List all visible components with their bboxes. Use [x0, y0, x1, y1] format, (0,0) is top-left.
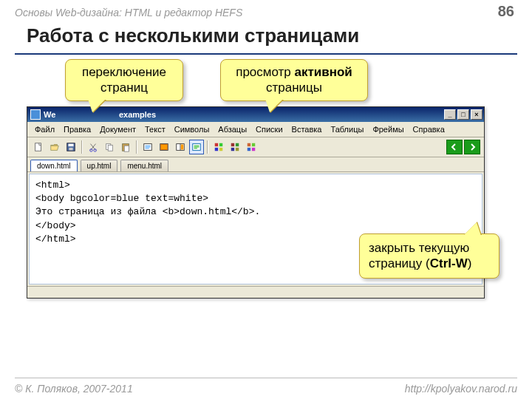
title-rule: [15, 53, 517, 55]
page-tabs: down.html up.html menu.html: [27, 157, 484, 172]
svg-rect-9: [124, 146, 129, 151]
view-code-icon[interactable]: [189, 140, 204, 154]
svg-rect-3: [69, 148, 72, 151]
view1-icon[interactable]: [140, 140, 155, 154]
svg-rect-32: [252, 143, 255, 146]
slide-title: Работа с несколькими страницами: [0, 21, 532, 53]
nav-forward-button[interactable]: [464, 140, 480, 154]
color1-icon[interactable]: [211, 140, 226, 154]
close-button[interactable]: ×: [471, 109, 482, 120]
menu-help[interactable]: Справка: [409, 123, 449, 135]
svg-rect-24: [219, 143, 222, 146]
menu-symbols[interactable]: Символы: [170, 123, 214, 135]
svg-rect-18: [181, 145, 184, 150]
svg-rect-23: [215, 143, 218, 146]
menu-document[interactable]: Документ: [95, 123, 140, 135]
toolbar: [27, 137, 484, 157]
menu-tables[interactable]: Таблицы: [326, 123, 368, 135]
tab-menu[interactable]: menu.html: [120, 160, 168, 171]
svg-rect-29: [231, 148, 234, 151]
paste-icon[interactable]: [118, 140, 133, 154]
maximize-button[interactable]: □: [457, 109, 469, 120]
svg-rect-2: [69, 144, 74, 147]
code-line: Это страница из файла <b>down.html</b>.: [35, 205, 476, 219]
svg-rect-30: [236, 148, 239, 151]
svg-rect-31: [248, 143, 250, 146]
svg-rect-27: [231, 143, 234, 146]
callout-switch-pages: переключение страниц: [65, 59, 183, 101]
site-url: http://kpolyakov.narod.ru: [405, 383, 517, 395]
course-title: Основы Web-дизайна: HTML и редактор HEFS: [15, 7, 242, 18]
menu-text[interactable]: Текст: [140, 123, 170, 135]
color2-icon[interactable]: [228, 140, 242, 154]
menu-bar: Файл Правка Документ Текст Символы Абзац…: [27, 122, 484, 137]
status-bar: [27, 286, 484, 298]
tab-up[interactable]: up.html: [81, 160, 118, 171]
code-line: </body>: [35, 219, 476, 233]
view2-icon[interactable]: [157, 140, 171, 154]
save-icon[interactable]: [64, 140, 78, 154]
nav-back-button[interactable]: [446, 140, 463, 154]
svg-rect-15: [161, 145, 168, 150]
svg-rect-28: [236, 143, 239, 146]
svg-rect-26: [219, 148, 222, 151]
footer-rule: [15, 378, 517, 378]
minimize-button[interactable]: _: [444, 109, 456, 120]
callout-view-active: просмотр активной страницы: [220, 59, 368, 101]
svg-rect-25: [215, 148, 218, 151]
svg-rect-0: [35, 143, 41, 151]
svg-rect-33: [248, 148, 250, 151]
menu-frames[interactable]: Фреймы: [368, 123, 408, 135]
menu-edit[interactable]: Правка: [59, 123, 95, 135]
svg-rect-7: [108, 145, 112, 151]
svg-rect-34: [252, 148, 255, 151]
menu-lists[interactable]: Списки: [251, 123, 287, 135]
code-line: <html>: [35, 179, 476, 192]
page-number: 86: [498, 3, 514, 20]
menu-insert[interactable]: Вставка: [287, 123, 327, 135]
tab-down[interactable]: down.html: [30, 160, 78, 171]
color3-icon[interactable]: [244, 140, 259, 154]
cut-icon[interactable]: [86, 140, 100, 154]
new-file-icon[interactable]: [31, 140, 46, 154]
menu-file[interactable]: Файл: [30, 123, 59, 135]
app-icon: [30, 109, 41, 120]
copyright: © К. Поляков, 2007-2011: [15, 383, 133, 395]
menu-paragraphs[interactable]: Абзацы: [214, 123, 251, 135]
callout-close-page: закрыть текущую страницу (Ctrl-W): [359, 233, 499, 279]
code-line: <body bgcolor=blue text=white>: [35, 192, 476, 205]
copy-icon[interactable]: [102, 140, 117, 154]
view-split-icon[interactable]: [173, 140, 188, 154]
open-folder-icon[interactable]: [47, 140, 62, 154]
